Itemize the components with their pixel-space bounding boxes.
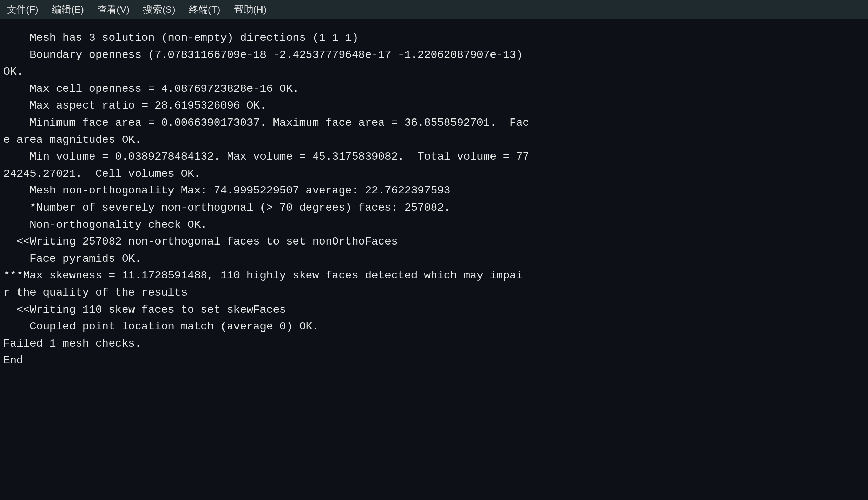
menu-item-help[interactable]: 帮助(H) [234, 3, 267, 16]
terminal-line: Face pyramids OK. [3, 250, 865, 268]
terminal-line: r the quality of the results [3, 284, 865, 302]
menu-item-edit[interactable]: 编辑(E) [52, 3, 84, 16]
terminal-line: ***Max skewness = 11.1728591488, 110 hig… [3, 267, 865, 284]
terminal-body: Mesh has 3 solution (non-empty) directio… [0, 19, 868, 500]
terminal-line: Max aspect ratio = 28.6195326096 OK. [3, 97, 865, 114]
terminal-line: Non-orthogonality check OK. [3, 216, 865, 234]
terminal-line: <<Writing 257082 non-orthogonal faces to… [3, 233, 865, 250]
menu-item-view[interactable]: 查看(V) [97, 3, 129, 16]
terminal-line: Failed 1 mesh checks. [3, 335, 865, 352]
terminal-line: Coupled point location match (average 0)… [3, 318, 865, 335]
terminal-line: Max cell openness = 4.08769723828e-16 OK… [3, 80, 865, 98]
menu-item-terminal[interactable]: 终端(T) [189, 3, 220, 16]
terminal-line: End [3, 352, 865, 369]
terminal-line: *Number of severely non-orthogonal (> 70… [3, 199, 865, 216]
terminal-output: Mesh has 3 solution (non-empty) directio… [3, 30, 865, 369]
menu-bar: 文件(F) 编辑(E) 查看(V) 搜索(S) 终端(T) 帮助(H) [0, 0, 868, 19]
terminal-line: Min volume = 0.0389278484132. Max volume… [3, 148, 865, 166]
terminal-line: Boundary openness (7.07831166709e-18 -2.… [3, 47, 865, 64]
terminal-line: Minimum face area = 0.0066390173037. Max… [3, 114, 865, 132]
terminal-line: OK. [3, 63, 865, 80]
menu-item-file[interactable]: 文件(F) [7, 3, 38, 16]
terminal-line: e area magnitudes OK. [3, 132, 865, 149]
menu-item-search[interactable]: 搜索(S) [143, 3, 175, 16]
terminal-line: Mesh has 3 solution (non-empty) directio… [3, 30, 865, 47]
terminal-line: 24245.27021. Cell volumes OK. [3, 166, 865, 183]
terminal-line: Mesh non-orthogonality Max: 74.999522950… [3, 182, 865, 199]
terminal-line: <<Writing 110 skew faces to set skewFace… [3, 302, 865, 318]
